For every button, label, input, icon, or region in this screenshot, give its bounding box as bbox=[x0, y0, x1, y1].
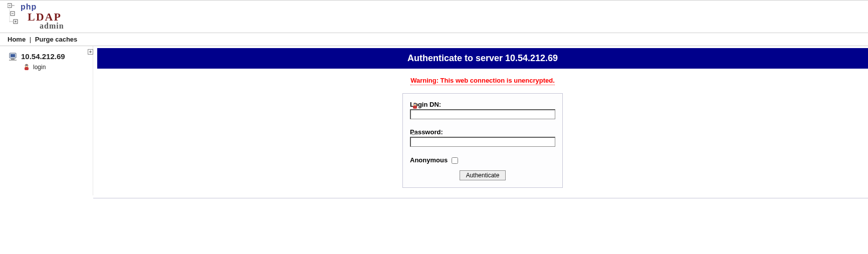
authenticate-button[interactable]: Authenticate bbox=[460, 170, 506, 180]
sidebar: + 10.54.212.69 bbox=[0, 46, 93, 195]
nav-bar: Home | Purge caches bbox=[0, 33, 868, 46]
expand-sidebar-button[interactable]: + bbox=[88, 49, 93, 55]
warning-text: Warning: This web connection is unencryp… bbox=[410, 77, 555, 85]
login-dn-label: Login DN: bbox=[410, 101, 555, 108]
svg-rect-20 bbox=[414, 103, 416, 104]
main-panel: Authenticate to server 10.54.212.69 Warn… bbox=[93, 46, 868, 198]
sidebar-login-link[interactable]: login bbox=[33, 64, 46, 71]
password-label: Password: bbox=[410, 128, 555, 136]
app-header: php LDAP admin bbox=[0, 1, 868, 33]
tree-icon bbox=[8, 3, 20, 26]
login-form: Login DN: Password: bbox=[402, 93, 563, 188]
svg-rect-14 bbox=[9, 60, 17, 61]
server-entry[interactable]: 10.54.212.69 bbox=[0, 50, 93, 64]
server-ip-label: 10.54.212.69 bbox=[21, 52, 65, 61]
svg-rect-19 bbox=[413, 106, 417, 109]
svg-rect-16 bbox=[25, 67, 29, 70]
warning-banner: Warning: This web connection is unencryp… bbox=[97, 77, 868, 84]
server-icon bbox=[9, 53, 18, 61]
svg-rect-12 bbox=[11, 54, 15, 57]
anonymous-checkbox[interactable] bbox=[452, 157, 458, 164]
sidebar-login-item[interactable]: login bbox=[0, 64, 93, 71]
key-icon bbox=[411, 130, 418, 137]
page-title: Authenticate to server 10.54.212.69 bbox=[97, 48, 868, 69]
nav-separator: | bbox=[30, 36, 31, 43]
password-input[interactable] bbox=[410, 137, 555, 147]
anonymous-label: Anonymous bbox=[410, 156, 448, 164]
svg-rect-17 bbox=[26, 65, 28, 66]
svg-rect-13 bbox=[11, 59, 15, 60]
login-dn-input[interactable] bbox=[410, 109, 555, 119]
app-logo: php LDAP admin bbox=[8, 3, 868, 31]
nav-purge-caches[interactable]: Purge caches bbox=[35, 36, 78, 43]
user-icon bbox=[411, 102, 418, 109]
user-icon bbox=[23, 64, 30, 71]
logo-text-admin: admin bbox=[40, 22, 64, 31]
nav-home[interactable]: Home bbox=[8, 36, 26, 43]
